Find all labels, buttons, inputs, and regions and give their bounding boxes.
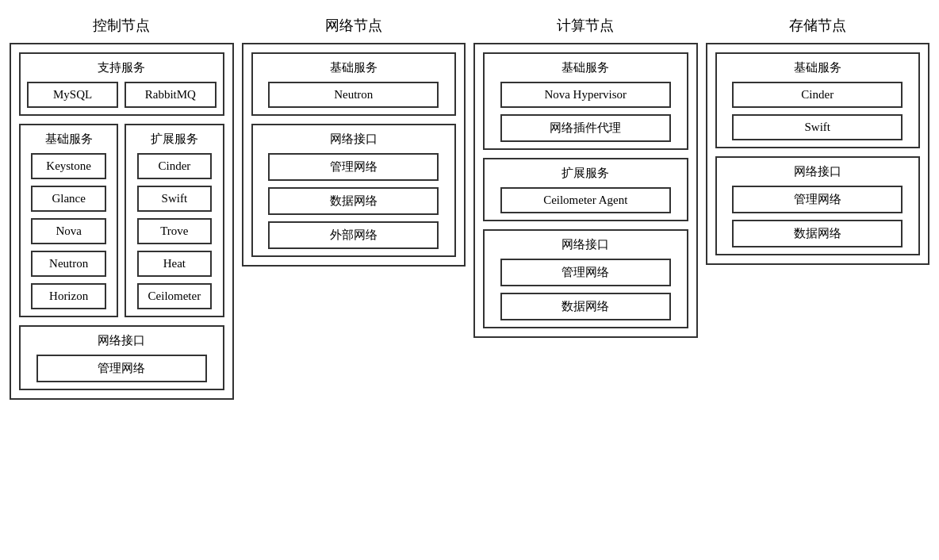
item-horizon: Horizon <box>31 283 106 309</box>
item-data-network-storage: 数据网络 <box>732 220 903 247</box>
section-network-interface-compute: 网络接口 管理网络 数据网络 <box>483 229 688 328</box>
basic-services-title-storage: 基础服务 <box>794 60 841 75</box>
item-keystone: Keystone <box>31 153 106 179</box>
item-nova-control: Nova <box>31 218 106 244</box>
section-basic-services-storage: 基础服务 Cinder Swift <box>715 52 921 148</box>
extended-services-title-compute: 扩展服务 <box>561 166 609 181</box>
extended-services-title-control: 扩展服务 <box>151 132 198 147</box>
network-interface-title-storage: 网络接口 <box>794 164 841 179</box>
outer-box-network: 基础服务 Neutron 网络接口 管理网络 数据网络 外部网络 <box>242 43 466 267</box>
section-extended-services-compute: 扩展服务 Ceilometer Agent <box>483 158 688 221</box>
item-neutron-control: Neutron <box>31 251 106 277</box>
item-data-network-network: 数据网络 <box>268 187 439 215</box>
section-network-interface-storage: 网络接口 管理网络 数据网络 <box>715 156 921 255</box>
network-interface-title-compute: 网络接口 <box>561 237 609 252</box>
basic-services-title-network: 基础服务 <box>330 60 378 75</box>
network-interface-title-network: 网络接口 <box>330 132 378 147</box>
item-trove: Trove <box>137 218 213 244</box>
item-mgmt-network-compute: 管理网络 <box>500 259 671 286</box>
section-support-services: 支持服务 MySQL RabbitMQ <box>19 52 224 116</box>
item-external-network: 外部网络 <box>268 221 439 249</box>
item-swift-storage: Swift <box>732 114 903 140</box>
item-mysql: MySQL <box>27 82 118 108</box>
item-data-network-compute: 数据网络 <box>500 293 671 320</box>
item-ceilometer-agent: Ceilometer Agent <box>500 187 671 213</box>
item-mgmt-network-network: 管理网络 <box>268 153 439 181</box>
item-ceilometer-control: Ceilometer <box>137 283 213 309</box>
network-interface-title-control: 网络接口 <box>98 333 145 348</box>
section-basic-services-control: 基础服务 Keystone Glance Nova Neutron Horizo… <box>19 124 118 317</box>
column-title-storage: 存储节点 <box>789 16 846 35</box>
column-title-control: 控制节点 <box>93 16 150 35</box>
section-basic-services-compute: 基础服务 Nova Hypervisor 网络插件代理 <box>483 52 688 150</box>
item-neutron-network: Neutron <box>268 82 439 108</box>
item-swift-control: Swift <box>137 186 213 212</box>
column-storage: 存储节点 基础服务 Cinder Swift 网络接口 管理网络 数据网络 <box>706 16 930 400</box>
column-title-network: 网络节点 <box>325 16 382 35</box>
section-extended-services-control: 扩展服务 Cinder Swift Trove Heat Ceilometer <box>125 124 224 317</box>
section-network-interface-network: 网络接口 管理网络 数据网络 外部网络 <box>251 124 457 257</box>
column-compute: 计算节点 基础服务 Nova Hypervisor 网络插件代理 扩展服务 Ce… <box>473 16 698 400</box>
item-cinder-control: Cinder <box>137 153 213 179</box>
item-nova-hypervisor: Nova Hypervisor <box>500 82 671 108</box>
item-heat: Heat <box>137 251 213 277</box>
support-items-row: MySQL RabbitMQ <box>27 82 217 108</box>
item-glance: Glance <box>31 186 106 212</box>
item-rabbitmq: RabbitMQ <box>125 82 216 108</box>
item-cinder-storage: Cinder <box>732 82 903 108</box>
section-title-support: 支持服务 <box>98 60 145 75</box>
column-control: 控制节点 支持服务 MySQL RabbitMQ 基础服务 Keystone G… <box>10 16 234 400</box>
basic-services-title-compute: 基础服务 <box>561 60 609 75</box>
outer-box-compute: 基础服务 Nova Hypervisor 网络插件代理 扩展服务 Ceilome… <box>473 43 698 338</box>
basic-services-title-control: 基础服务 <box>45 132 93 147</box>
basic-extended-row: 基础服务 Keystone Glance Nova Neutron Horizo… <box>19 124 224 317</box>
main-container: 控制节点 支持服务 MySQL RabbitMQ 基础服务 Keystone G… <box>10 16 929 400</box>
item-mgmt-network-storage: 管理网络 <box>732 186 903 213</box>
outer-box-control: 支持服务 MySQL RabbitMQ 基础服务 Keystone Glance… <box>10 43 234 400</box>
item-network-plugin-agent: 网络插件代理 <box>500 114 671 142</box>
outer-box-storage: 基础服务 Cinder Swift 网络接口 管理网络 数据网络 <box>706 43 930 265</box>
section-basic-services-network: 基础服务 Neutron <box>251 52 457 116</box>
section-network-interface-control: 网络接口 管理网络 <box>19 325 224 390</box>
column-network: 网络节点 基础服务 Neutron 网络接口 管理网络 数据网络 外部网络 <box>242 16 466 400</box>
item-mgmt-network-control: 管理网络 <box>36 355 207 382</box>
column-title-compute: 计算节点 <box>557 16 614 35</box>
